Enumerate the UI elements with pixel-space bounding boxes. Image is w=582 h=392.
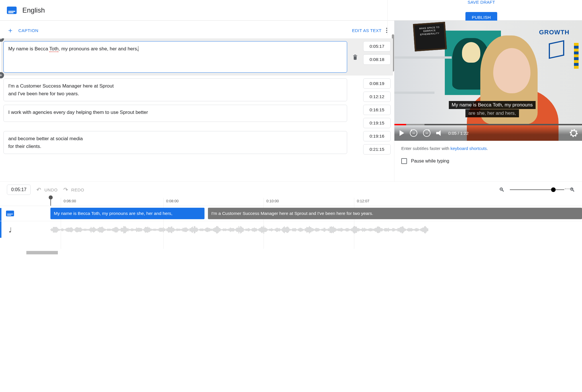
- timeline: 0:06:00 0:08:00 0:10:00 0:12:07 My name …: [0, 198, 582, 255]
- insert-caption-after-icon[interactable]: +: [0, 72, 4, 78]
- undo-button[interactable]: ↶UNDO: [36, 186, 58, 193]
- caption-start-time[interactable]: 0:16:15: [363, 105, 391, 115]
- more-icon[interactable]: [386, 28, 387, 33]
- subtitles-icon: [7, 7, 17, 14]
- caption-text-input[interactable]: and become better at social mediafor the…: [3, 131, 347, 154]
- caption-list: ++My name is Becca Toth, my pronouns are…: [0, 38, 394, 178]
- video-subtitle: My name is Becca Toth, my pronouns are s…: [449, 101, 536, 117]
- insert-caption-before-icon[interactable]: +: [0, 38, 4, 42]
- waveform[interactable]: [50, 225, 582, 235]
- caption-text-input[interactable]: I'm a Customer Success Manager here at S…: [3, 78, 347, 101]
- caption-end-time[interactable]: 0:08:18: [363, 54, 391, 65]
- zoom-out-icon[interactable]: 🔍︎−: [499, 187, 505, 193]
- video-controls: 10 10 0:05 / 1:22: [394, 125, 582, 141]
- timeline-controls: 0:05:17 ↶UNDO ↷REDO 🔍︎− 🔍︎+: [0, 181, 582, 198]
- pause-label: Pause while typing: [411, 159, 449, 164]
- caption-end-time[interactable]: 0:19:15: [363, 118, 391, 128]
- caption-end-time[interactable]: 0:21:15: [363, 144, 391, 155]
- shortcuts-hint: Enter subtitles faster with keyboard sho…: [394, 141, 582, 156]
- subtitles-track-icon: [6, 211, 14, 216]
- delete-caption-icon[interactable]: [351, 54, 359, 60]
- settings-icon[interactable]: [571, 130, 577, 136]
- timeline-position-input[interactable]: 0:05:17: [7, 185, 31, 195]
- caption-toolbar: ＋ CAPTION EDIT AS TEXT: [0, 21, 394, 38]
- playhead[interactable]: [50, 198, 51, 206]
- video-panel: MAKE SPACE TO EMBRACE EPHEMERALITY GROWT…: [394, 21, 582, 181]
- pause-checkbox[interactable]: [401, 158, 407, 164]
- app-header: English SAVE DRAFT PUBLISH ✕: [0, 0, 582, 21]
- caption-start-time[interactable]: 0:08:19: [363, 78, 391, 89]
- zoom-controls: 🔍︎− 🔍︎+: [499, 187, 575, 193]
- time-ruler[interactable]: 0:06:00 0:08:00 0:10:00 0:12:07: [0, 198, 582, 206]
- audio-track: ♩: [0, 221, 582, 239]
- timeline-scrollbar[interactable]: [26, 251, 58, 254]
- caption-start-time[interactable]: 0:19:16: [363, 131, 391, 141]
- timeline-segment[interactable]: I'm a Customer Success Manager here at S…: [208, 208, 582, 219]
- timeline-segment-active[interactable]: My name is Becca Toth, my pronouns are s…: [50, 208, 205, 219]
- play-icon[interactable]: [400, 130, 404, 136]
- zoom-slider[interactable]: [510, 189, 564, 190]
- pause-while-typing-row: Pause while typing: [394, 156, 582, 170]
- plus-icon[interactable]: ＋: [7, 26, 14, 35]
- zoom-thumb[interactable]: [551, 187, 556, 192]
- video-frame: MAKE SPACE TO EMBRACE EPHEMERALITY GROWT…: [394, 21, 582, 141]
- keyboard-shortcuts-link[interactable]: keyboard shortcuts: [451, 146, 487, 151]
- caption-editor-panel: ＋ CAPTION EDIT AS TEXT ++My name is Becc…: [0, 21, 394, 181]
- caption-row: ++My name is Becca Toth, my pronouns are…: [1, 38, 393, 76]
- zoom-in-icon[interactable]: 🔍︎+: [569, 187, 575, 193]
- caption-row: I work with agencies every day helping t…: [3, 105, 391, 128]
- caption-text-input[interactable]: My name is Becca Toth, my pronouns are s…: [3, 41, 347, 73]
- replay-10-icon[interactable]: 10: [410, 129, 417, 137]
- save-draft-button[interactable]: SAVE DRAFT: [462, 0, 500, 7]
- language-title: English: [22, 6, 45, 14]
- video-player[interactable]: MAKE SPACE TO EMBRACE EPHEMERALITY GROWT…: [394, 21, 582, 141]
- music-note-icon: ♩: [9, 226, 12, 234]
- edit-as-text-button[interactable]: EDIT AS TEXT: [352, 28, 382, 33]
- caption-row: I'm a Customer Success Manager here at S…: [3, 78, 391, 102]
- video-time: 0:05 / 1:22: [448, 131, 469, 136]
- caption-start-time[interactable]: 0:05:17: [363, 41, 391, 52]
- main-content: ＋ CAPTION EDIT AS TEXT ++My name is Becc…: [0, 21, 582, 181]
- caption-track: My name is Becca Toth, my pronouns are s…: [0, 206, 582, 221]
- add-caption-button[interactable]: CAPTION: [18, 28, 38, 33]
- volume-icon[interactable]: [436, 130, 443, 136]
- forward-10-icon[interactable]: 10: [423, 129, 430, 137]
- redo-button[interactable]: ↷REDO: [63, 186, 84, 193]
- caption-end-time[interactable]: 0:12:12: [363, 92, 391, 102]
- caption-row: and become better at social mediafor the…: [3, 131, 391, 155]
- caption-text-input[interactable]: I work with agencies every day helping t…: [3, 105, 347, 122]
